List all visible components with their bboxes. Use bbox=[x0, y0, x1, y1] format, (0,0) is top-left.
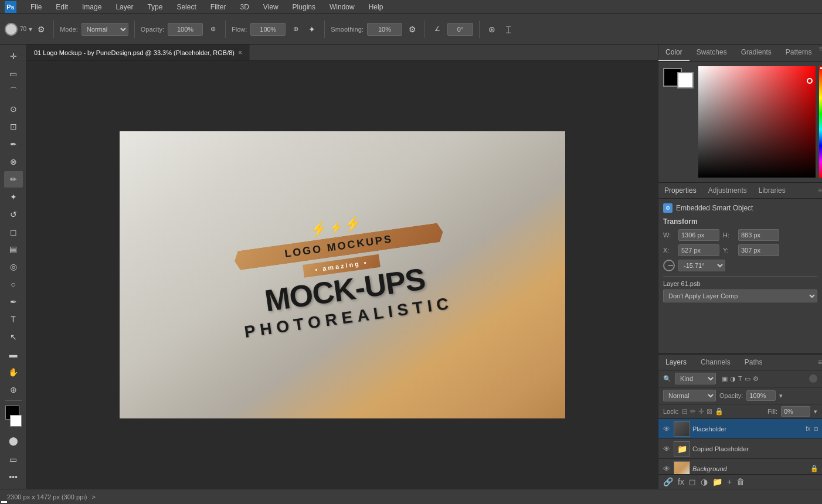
menu-edit[interactable]: Edit bbox=[53, 2, 70, 12]
tab-properties[interactable]: Properties bbox=[658, 183, 702, 198]
angle-dropdown[interactable]: -15.71° bbox=[678, 260, 725, 271]
layer-visibility-background[interactable]: 👁 bbox=[662, 464, 671, 474]
tab-libraries[interactable]: Libraries bbox=[753, 183, 792, 198]
brush-dropdown-arrow[interactable]: ▾ bbox=[29, 25, 32, 33]
quick-mask-icon[interactable]: ⬤ bbox=[4, 433, 23, 449]
delete-layer-icon[interactable]: 🗑 bbox=[736, 477, 745, 486]
opacity-pressure-icon[interactable]: ⊕ bbox=[206, 23, 219, 36]
menu-window[interactable]: Window bbox=[327, 2, 357, 12]
layer-item-copied-placeholder[interactable]: 👁 📁 Copied Placeholder bbox=[658, 439, 822, 459]
filter-pixel-icon[interactable]: ▣ bbox=[722, 375, 728, 383]
fill-arrow[interactable]: ▾ bbox=[814, 408, 817, 416]
blend-mode-dropdown[interactable]: Normal bbox=[663, 390, 716, 401]
filter-shape-icon[interactable]: ▭ bbox=[745, 375, 750, 383]
new-adjustment-icon[interactable]: ◑ bbox=[701, 477, 708, 486]
layer-fx-bottom-icon[interactable]: fx bbox=[678, 477, 684, 486]
clone-stamp-tool[interactable]: ✦ bbox=[4, 189, 23, 205]
eraser-tool[interactable]: ◻ bbox=[4, 224, 23, 240]
menu-help[interactable]: Help bbox=[366, 2, 386, 12]
flow-pressure-icon[interactable]: ⊕ bbox=[289, 23, 302, 36]
add-mask-icon[interactable]: ◻ bbox=[689, 477, 696, 486]
symmetry-icon[interactable]: ⊛ bbox=[485, 23, 498, 36]
menu-file[interactable]: File bbox=[28, 2, 44, 12]
bg-color-swatch[interactable] bbox=[677, 72, 694, 88]
h-input[interactable] bbox=[738, 229, 779, 241]
opacity-arrow[interactable]: ▾ bbox=[779, 392, 783, 400]
pen-tool[interactable]: ✒ bbox=[4, 294, 23, 310]
lasso-tool[interactable]: ⌒ bbox=[4, 83, 23, 100]
fill-value-input[interactable] bbox=[781, 406, 810, 417]
link-layers-icon[interactable]: 🔗 bbox=[663, 477, 673, 486]
shape-tool[interactable]: ▬ bbox=[4, 346, 23, 363]
spot-heal-tool[interactable]: ⊗ bbox=[4, 154, 23, 170]
move-tool[interactable]: ✛ bbox=[4, 48, 23, 64]
menu-select[interactable]: Select bbox=[174, 2, 198, 12]
angle-icon[interactable]: ∠ bbox=[431, 23, 444, 36]
crop-tool[interactable]: ⊡ bbox=[4, 118, 23, 135]
quick-select-tool[interactable]: ⊙ bbox=[4, 101, 23, 117]
marquee-tool[interactable]: ▭ bbox=[4, 66, 23, 82]
mode-dropdown[interactable]: Normal bbox=[81, 23, 128, 36]
flow-input[interactable] bbox=[250, 23, 286, 36]
tab-close-button[interactable]: × bbox=[238, 49, 242, 57]
new-group-icon[interactable]: 📁 bbox=[712, 477, 722, 486]
layer-visibility-placeholder[interactable]: 👁 bbox=[662, 424, 671, 434]
angle-input[interactable] bbox=[447, 23, 473, 36]
pressure-icon[interactable]: ⌶ bbox=[502, 23, 515, 36]
tab-gradients[interactable]: Gradients bbox=[734, 45, 779, 61]
document-tab[interactable]: 01 Logo Mockup - by PuneDesign.psd @ 33.… bbox=[27, 45, 250, 60]
tab-swatches[interactable]: Swatches bbox=[689, 45, 734, 61]
x-input[interactable] bbox=[678, 244, 719, 256]
dodge-tool[interactable]: ○ bbox=[4, 276, 23, 292]
tab-adjustments[interactable]: Adjustments bbox=[702, 183, 753, 198]
hand-tool[interactable]: ✋ bbox=[4, 364, 23, 380]
color-panel-options[interactable]: ≡ bbox=[818, 45, 822, 61]
layer-fx-placeholder[interactable]: fx bbox=[806, 425, 810, 432]
opacity-value-input[interactable] bbox=[746, 390, 776, 401]
path-select-tool[interactable]: ↖ bbox=[4, 329, 23, 345]
lock-all-icon[interactable]: 🔒 bbox=[715, 407, 724, 416]
menu-plugins[interactable]: Plugins bbox=[290, 2, 318, 12]
lock-transparent-icon[interactable]: ⊟ bbox=[682, 407, 688, 416]
brush-settings-icon[interactable]: ⚙ bbox=[35, 23, 47, 36]
new-layer-icon[interactable]: + bbox=[727, 477, 732, 486]
tab-layers[interactable]: Layers bbox=[658, 355, 694, 370]
layer-comp-dropdown[interactable]: Don't Apply Layer Comp bbox=[663, 290, 817, 302]
filter-toggle[interactable] bbox=[809, 374, 817, 383]
layer-item-background[interactable]: 👁 Background 🔒 bbox=[658, 459, 822, 474]
brush-tool[interactable]: ✏ bbox=[4, 171, 23, 188]
tab-patterns[interactable]: Patterns bbox=[779, 45, 819, 61]
layers-panel-options[interactable]: ≡ bbox=[818, 358, 822, 366]
eyedropper-tool[interactable]: ✒ bbox=[4, 136, 23, 152]
airbrush-icon[interactable]: ✦ bbox=[305, 23, 318, 36]
y-input[interactable] bbox=[738, 244, 779, 256]
menu-type[interactable]: Type bbox=[145, 2, 165, 12]
layer-visibility-copied[interactable]: 👁 bbox=[662, 444, 671, 454]
filter-type-dropdown[interactable]: Kind bbox=[675, 373, 716, 384]
color-gradient-picker[interactable] bbox=[698, 66, 816, 178]
layer-item-placeholder[interactable]: 👁 Placeholder fx ⊡ bbox=[658, 419, 822, 439]
menu-layer[interactable]: Layer bbox=[113, 2, 135, 12]
lock-image-icon[interactable]: ✏ bbox=[690, 407, 696, 416]
menu-image[interactable]: Image bbox=[80, 2, 104, 12]
filter-type-icon[interactable]: T bbox=[738, 375, 742, 383]
angle-widget[interactable] bbox=[663, 260, 675, 271]
status-arrow[interactable]: > bbox=[91, 493, 95, 500]
brush-tip-preview[interactable] bbox=[5, 23, 18, 36]
lock-position-icon[interactable]: ✛ bbox=[698, 407, 704, 416]
props-panel-options[interactable]: ≡ bbox=[818, 186, 822, 195]
tab-color[interactable]: Color bbox=[658, 45, 689, 61]
zoom-tool[interactable]: ⊕ bbox=[4, 382, 23, 398]
filter-smart-icon[interactable]: ⚙ bbox=[753, 375, 759, 383]
smoothing-settings-icon[interactable]: ⚙ bbox=[406, 23, 419, 36]
gradient-tool[interactable]: ▤ bbox=[4, 241, 23, 257]
tab-channels[interactable]: Channels bbox=[694, 355, 738, 370]
menu-view[interactable]: View bbox=[261, 2, 281, 12]
opacity-input[interactable] bbox=[168, 23, 203, 36]
canvas-wrapper[interactable]: ⚡ ⚡ ⚡ LOGO MOCKUPS • amazing • MOCK-UPS … bbox=[27, 61, 658, 489]
filter-adj-icon[interactable]: ◑ bbox=[730, 375, 736, 383]
tab-paths[interactable]: Paths bbox=[738, 355, 770, 370]
type-tool[interactable]: T bbox=[4, 311, 23, 328]
lock-artboard-icon[interactable]: ⊠ bbox=[706, 407, 712, 416]
history-brush-tool[interactable]: ↺ bbox=[4, 206, 23, 223]
